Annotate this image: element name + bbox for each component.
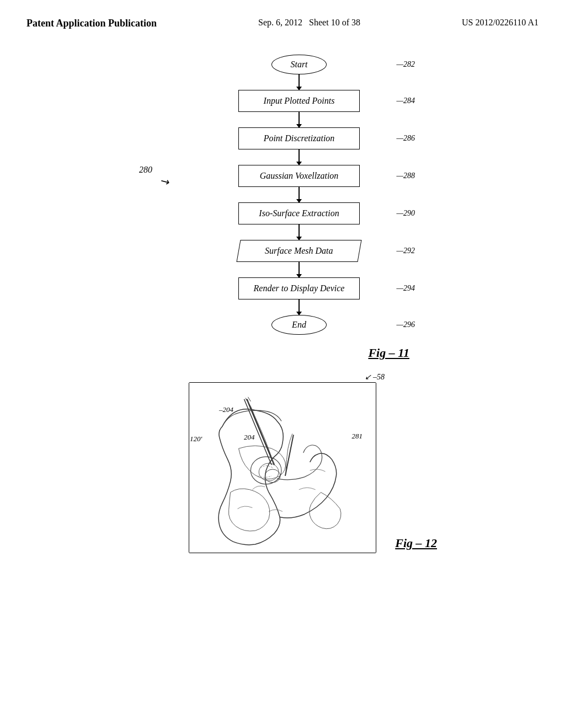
end-label: End (292, 320, 306, 329)
render-display-node: Render to Display Device (238, 277, 360, 299)
illustration-wrapper: ↙ –58 (122, 382, 443, 553)
ref-290: —290 (397, 209, 415, 218)
iso-surface-node: Iso-Surface Extraction (238, 202, 360, 224)
arrow-5 (299, 224, 300, 240)
arrow-7 (299, 299, 300, 315)
surface-mesh-node: Surface Mesh Data (236, 240, 361, 262)
start-label: Start (290, 60, 307, 69)
arrow-3 (299, 149, 300, 165)
sheet-label: Sheet 10 of 38 (309, 18, 360, 27)
ref-281-label: 281 (352, 432, 363, 441)
illustration-box (189, 382, 376, 553)
main-content: 280 ↘ Start —282 Input Plotted Points —2… (0, 38, 565, 564)
gaussian-voxellzation-node: Gaussian Voxellzation (238, 165, 360, 187)
ref-204a-label: –204 (219, 405, 233, 414)
svg-rect-0 (189, 383, 376, 553)
ref-284: —284 (397, 97, 415, 105)
publication-label: Patent Application Publication (26, 18, 157, 29)
flowchart-container: 280 ↘ Start —282 Input Plotted Points —2… (139, 49, 426, 340)
date-label: Sep. 6, 2012 (258, 18, 302, 27)
ref-288: —288 (397, 172, 415, 180)
fig11-label: Fig – 11 (368, 346, 409, 360)
ref-286: —286 (397, 134, 415, 143)
flow-row-surface: Surface Mesh Data —292 (172, 240, 426, 262)
page-header: Patent Application Publication Sep. 6, 2… (0, 0, 565, 38)
ref-296: —296 (397, 320, 415, 329)
iso-label: Iso-Surface Extraction (259, 208, 339, 218)
gaussian-label: Gaussian Voxellzation (260, 171, 339, 180)
arrow-4 (299, 187, 300, 202)
fig12-label: Fig – 12 (395, 536, 437, 550)
ref-120-label: 120' (190, 435, 202, 443)
ref-282: —282 (397, 60, 415, 69)
flowchart: Start —282 Input Plotted Points —284 Poi… (139, 49, 426, 340)
arrow-1 (299, 74, 300, 90)
ref-204b-label: 204 (244, 433, 255, 442)
ref-292: —292 (397, 247, 415, 255)
input-label: Input Plotted Points (264, 96, 335, 105)
flow-row-input: Input Plotted Points —284 (172, 90, 426, 112)
render-label: Render to Display Device (254, 283, 345, 293)
ref-58-label: ↙ –58 (365, 372, 385, 382)
end-node: End (271, 315, 327, 335)
flow-row-iso: Iso-Surface Extraction —290 (172, 202, 426, 224)
ref-294: —294 (397, 284, 415, 293)
input-plotted-points-node: Input Plotted Points (238, 90, 360, 112)
anatomy-illustration (189, 383, 376, 553)
flow-row-end: End —296 (172, 315, 426, 335)
arrow-6 (299, 262, 300, 277)
start-node: Start (271, 55, 327, 74)
flow-row-render: Render to Display Device —294 (172, 277, 426, 299)
fig11-container: Fig – 11 (122, 346, 409, 360)
point-label: Point Discretization (264, 133, 335, 143)
date-sheet-label: Sep. 6, 2012 Sheet 10 of 38 (258, 18, 360, 28)
arrow-2 (299, 112, 300, 127)
flow-row-start: Start —282 (172, 55, 426, 74)
patent-number-label: US 2012/0226110 A1 (462, 18, 539, 28)
surface-label: Surface Mesh Data (265, 246, 333, 256)
point-discretization-node: Point Discretization (238, 127, 360, 149)
flow-row-point: Point Discretization —286 (172, 127, 426, 149)
flow-row-gaussian: Gaussian Voxellzation —288 (172, 165, 426, 187)
